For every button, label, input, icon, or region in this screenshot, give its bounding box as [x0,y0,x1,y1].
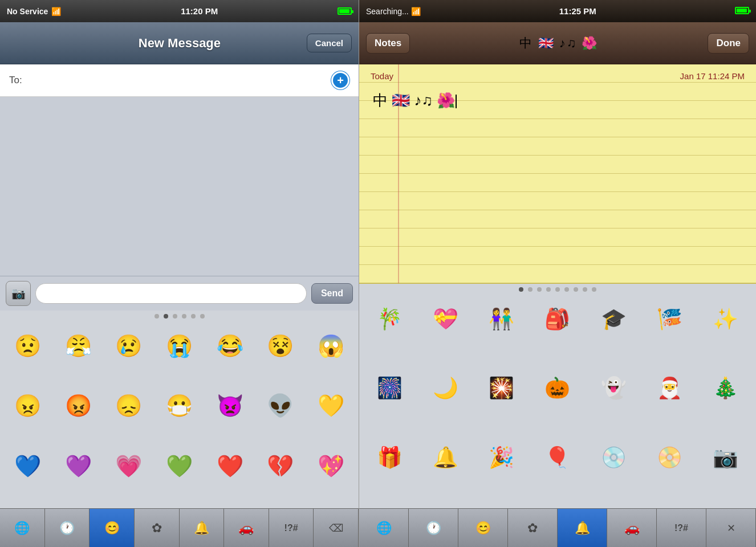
right-emoji-grid: 🎋 💝 👫 🎒 🎓 🎏 ✨ 🎆 🌙 🎇 🎃 👻 🎅 🎄 🎁 🔔 🎉 🎈 💿 📀 … [359,294,756,508]
right-wifi-icon: 📶 [411,7,421,16]
message-compose-area[interactable] [0,97,359,276]
emoji-camera[interactable]: 📷 [699,437,753,478]
to-field: To: + [0,64,359,97]
right-kb-tab-emoji[interactable]: 😊 [458,509,508,547]
emoji-bell[interactable]: 🔔 [418,437,472,478]
emoji-sparkler[interactable]: 🎇 [475,368,529,409]
emoji-gift[interactable]: 🎁 [363,437,416,478]
kb-tab-globe[interactable]: 🌐 [0,509,45,547]
emoji-balloon[interactable]: 🎈 [531,437,584,478]
emoji-mask[interactable]: 😷 [155,385,204,426]
emoji-broken-heart[interactable]: 💔 [257,446,305,487]
right-battery-icon [735,7,749,14]
right-kb-tab-car[interactable]: 🚗 [607,509,657,547]
right-page-dot-1 [519,287,523,292]
emoji-joy[interactable]: 😂 [206,325,254,366]
emoji-scream[interactable]: 😱 [307,325,355,366]
right-page-dot-4 [546,287,551,292]
to-label: To: [9,75,22,86]
emoji-heart-ribbon[interactable]: 💝 [418,299,472,340]
right-page-dot-2 [528,287,533,292]
right-kb-tab-delete[interactable]: ✕ [706,509,756,547]
kb-tab-emoji[interactable]: 😊 [90,509,135,547]
message-text-input[interactable] [35,283,307,304]
page-dot-2 [164,314,168,319]
emoji-fireworks[interactable]: 🎆 [363,368,416,409]
right-nav-bar: Notes 中 🇬🇧 ♪♫ 🌺 Done [359,22,756,64]
emoji-bamboo[interactable]: 🎋 [363,299,416,340]
emoji-cd[interactable]: 💿 [587,437,640,478]
left-status-left: No Service 📶 [7,7,61,16]
left-page-dots [0,311,359,321]
emoji-backpack[interactable]: 🎒 [531,299,584,340]
emoji-crying[interactable]: 😢 [104,325,153,366]
emoji-carp-streamer[interactable]: 🎏 [643,299,696,340]
kb-tab-car[interactable]: 🚗 [224,509,269,547]
emoji-angry[interactable]: 😠 [3,385,52,426]
send-button[interactable]: Send [311,283,353,304]
kb-tab-symbols[interactable]: !?# [269,509,314,547]
emoji-jack-o-lantern[interactable]: 🎃 [531,368,584,409]
searching-text: Searching... [366,7,409,16]
right-battery-fill [737,9,747,13]
cancel-button[interactable]: Cancel [307,34,352,52]
right-status-left: Searching... 📶 [366,7,421,16]
notes-text-content[interactable]: 中 🇬🇧 ♪♫ 🌺 [371,89,745,109]
emoji-christmas-tree[interactable]: 🎄 [699,368,753,409]
emoji-yellow-heart[interactable]: 💛 [307,385,355,426]
left-emoji-grid: 😟 😤 😢 😭 😂 😵 😱 😠 😡 😞 😷 👿 👽 💛 💙 💜 💗 💚 ❤️ 💔… [0,321,359,509]
right-page-dot-6 [564,287,569,292]
emoji-ghost[interactable]: 👻 [587,368,640,409]
emoji-couple[interactable]: 👫 [475,299,529,340]
right-kb-tab-globe[interactable]: 🌐 [359,509,409,547]
notes-date-row: Today Jan 17 11:24 PM [371,71,745,81]
page-dot-6 [200,314,205,319]
emoji-red-heart[interactable]: ❤️ [206,446,254,487]
emoji-sparkling-heart[interactable]: 💗 [104,446,153,487]
right-page-dot-9 [592,287,596,292]
kb-tab-flower[interactable]: ✿ [135,509,180,547]
left-panel: No Service 📶 11:20 PM New Message Cancel… [0,0,359,547]
emoji-rage[interactable]: 😡 [54,385,103,426]
text-cursor [456,95,457,108]
emoji-dizzy[interactable]: 😵 [257,325,305,366]
add-recipient-button[interactable]: + [331,71,349,89]
emoji-alien[interactable]: 👽 [257,385,305,426]
no-service-text: No Service [7,7,48,16]
right-page-dot-3 [537,287,542,292]
notes-content-area[interactable]: Today Jan 17 11:24 PM 中 🇬🇧 ♪♫ 🌺 [359,64,756,284]
emoji-worried[interactable]: 😟 [3,325,52,366]
battery-icon [338,7,352,15]
left-time: 11:20 PM [181,6,218,16]
wifi-icon: 📶 [51,7,61,16]
emoji-disappointed[interactable]: 😞 [104,385,153,426]
emoji-party-popper[interactable]: 🎉 [475,437,529,478]
emoji-santa[interactable]: 🎅 [643,368,696,409]
emoji-green-heart[interactable]: 💚 [155,446,204,487]
camera-button[interactable]: 📷 [6,281,31,306]
right-page-dot-8 [583,287,587,292]
right-kb-tab-clock[interactable]: 🕐 [409,509,458,547]
kb-tab-bell[interactable]: 🔔 [180,509,225,547]
message-toolbar: 📷 Send [0,276,359,311]
emoji-graduation[interactable]: 🎓 [587,299,640,340]
kb-tab-clock[interactable]: 🕐 [45,509,90,547]
right-kb-tab-symbols[interactable]: !?# [657,509,706,547]
to-input[interactable] [27,75,331,86]
right-kb-tab-flower[interactable]: ✿ [508,509,558,547]
done-button[interactable]: Done [708,33,749,54]
page-dot-5 [191,314,196,319]
emoji-angry-face[interactable]: 😤 [54,325,103,366]
emoji-heart-pink[interactable]: 💖 [307,446,355,487]
emoji-dvd[interactable]: 📀 [643,437,696,478]
emoji-devil[interactable]: 👿 [206,385,254,426]
left-keyboard-tabs: 🌐 🕐 😊 ✿ 🔔 🚗 !?# ⌫ [0,508,359,547]
right-kb-tab-bell[interactable]: 🔔 [558,509,607,547]
notes-back-button[interactable]: Notes [366,33,410,54]
emoji-crescent-moon[interactable]: 🌙 [418,368,472,409]
emoji-loudly-crying[interactable]: 😭 [155,325,204,366]
emoji-purple-heart[interactable]: 💜 [54,446,103,487]
emoji-blue-heart[interactable]: 💙 [3,446,52,487]
kb-tab-delete[interactable]: ⌫ [314,509,359,547]
emoji-sparkles[interactable]: ✨ [699,299,753,340]
